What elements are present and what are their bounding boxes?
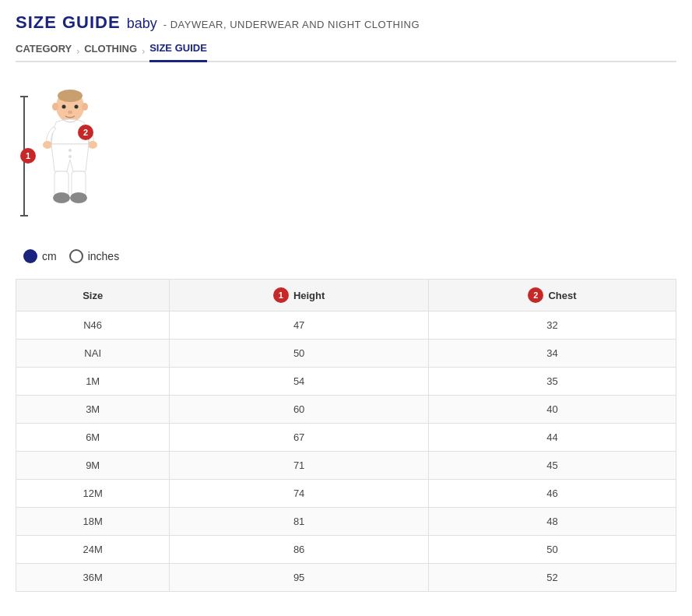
cell-size: N46 (16, 312, 170, 340)
table-header-row: Size 1 Height 2 Chest (16, 280, 676, 312)
svg-text:2: 2 (83, 128, 88, 137)
cell-height: 86 (170, 536, 429, 564)
cell-chest: 52 (428, 564, 676, 592)
svg-point-5 (75, 105, 79, 109)
table-row: 36M 95 52 (16, 564, 676, 592)
cell-size: NAI (16, 340, 170, 368)
baby-svg: 2 (31, 90, 109, 214)
cell-chest: 32 (428, 312, 676, 340)
cell-chest: 35 (428, 368, 676, 396)
cell-chest: 34 (428, 340, 676, 368)
cell-height: 54 (170, 368, 429, 396)
cell-size: 6M (16, 424, 170, 452)
table-row: 3M 60 40 (16, 396, 676, 424)
baby-figure: 1 (31, 90, 125, 222)
col-height-label: Height (293, 290, 325, 301)
cell-chest: 48 (428, 508, 676, 536)
cell-size: 18M (16, 508, 170, 536)
page-title-sub: baby (127, 16, 157, 32)
svg-point-1 (58, 90, 83, 102)
chevron-right-icon: › (76, 46, 79, 57)
col-height-header: 1 Height (182, 287, 416, 303)
cell-size: 12M (16, 480, 170, 508)
cell-height: 81 (170, 508, 429, 536)
col-chest-label: Chest (548, 290, 576, 301)
cm-radio[interactable] (23, 249, 37, 263)
cell-height: 60 (170, 396, 429, 424)
page-title-main: SIZE GUIDE (16, 12, 121, 33)
svg-point-6 (68, 111, 72, 114)
svg-point-7 (43, 141, 52, 149)
table-row: NAI 50 34 (16, 340, 676, 368)
col-chest: 2 Chest (428, 280, 676, 312)
table-row: 12M 74 46 (16, 480, 676, 508)
cell-height: 47 (170, 312, 429, 340)
col-height: 1 Height (170, 280, 429, 312)
svg-point-15 (53, 192, 70, 203)
svg-point-16 (70, 192, 87, 203)
page-title-area: SIZE GUIDE baby - DAYWEAR, UNDERWEAR AND… (16, 12, 676, 33)
height-badge-header: 1 (273, 287, 289, 303)
breadcrumb: CATEGORY › CLOTHING › SIZE GUIDE (16, 42, 676, 62)
svg-point-8 (88, 141, 97, 149)
breadcrumb-clothing[interactable]: CLOTHING (84, 43, 137, 61)
cell-height: 71 (170, 452, 429, 480)
cell-chest: 45 (428, 452, 676, 480)
inches-option[interactable]: inches (69, 249, 119, 263)
table-row: 18M 81 48 (16, 508, 676, 536)
inches-radio[interactable] (69, 249, 83, 263)
illustration-area: 1 (23, 78, 676, 234)
cell-height: 50 (170, 340, 429, 368)
chest-badge-header: 2 (528, 287, 543, 303)
cell-size: 1M (16, 368, 170, 396)
cm-option[interactable]: cm (23, 249, 57, 263)
col-size: Size (16, 280, 170, 312)
table-body: N46 47 32 NAI 50 34 1M 54 35 3M 60 40 6M… (16, 312, 676, 592)
breadcrumb-category[interactable]: CATEGORY (16, 43, 72, 61)
cell-size: 36M (16, 564, 170, 592)
cell-chest: 40 (428, 396, 676, 424)
page-title-desc: - DAYWEAR, UNDERWEAR AND NIGHT CLOTHING (163, 19, 420, 30)
cell-size: 24M (16, 536, 170, 564)
breadcrumb-size-guide[interactable]: SIZE GUIDE (149, 42, 207, 62)
table-row: 9M 71 45 (16, 452, 676, 480)
svg-point-2 (52, 103, 58, 111)
svg-point-9 (68, 149, 72, 152)
inches-label: inches (88, 250, 119, 262)
svg-point-10 (68, 155, 72, 158)
cell-chest: 46 (428, 480, 676, 508)
height-badge: 1 (20, 148, 36, 164)
cell-chest: 50 (428, 536, 676, 564)
cell-size: 9M (16, 452, 170, 480)
table-row: N46 47 32 (16, 312, 676, 340)
unit-selector: cm inches (23, 249, 676, 263)
table-row: 24M 86 50 (16, 536, 676, 564)
table-row: 1M 54 35 (16, 368, 676, 396)
cell-height: 67 (170, 424, 429, 452)
chevron-right-icon-2: › (142, 46, 145, 57)
size-table: Size 1 Height 2 Chest N46 47 (16, 279, 676, 592)
cell-chest: 44 (428, 424, 676, 452)
cell-height: 95 (170, 564, 429, 592)
cm-label: cm (42, 250, 57, 262)
table-row: 6M 67 44 (16, 424, 676, 452)
col-chest-header: 2 Chest (441, 287, 663, 303)
cell-height: 74 (170, 480, 429, 508)
cell-size: 3M (16, 396, 170, 424)
page-wrapper: SIZE GUIDE baby - DAYWEAR, UNDERWEAR AND… (0, 0, 692, 604)
svg-point-4 (62, 105, 66, 109)
col-size-label: Size (83, 290, 103, 301)
svg-point-3 (82, 103, 88, 111)
